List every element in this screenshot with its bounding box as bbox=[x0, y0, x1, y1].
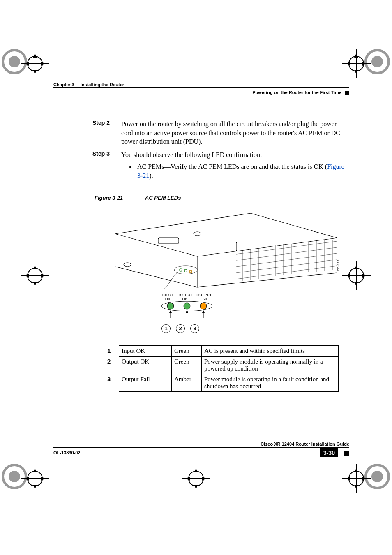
svg-marker-63 bbox=[169, 310, 172, 313]
page-marker-icon bbox=[344, 451, 349, 456]
svg-point-52 bbox=[174, 266, 197, 274]
section-title: Powering on the Router for the First Tim… bbox=[252, 90, 341, 95]
led-table: 1 Input OK Green AC is present and withi… bbox=[105, 345, 339, 392]
crop-mark-icon bbox=[21, 261, 49, 290]
svg-point-1 bbox=[9, 56, 20, 67]
table-name: Output Fail bbox=[119, 374, 172, 391]
figure-label: Figure 3-21 bbox=[95, 195, 123, 201]
table-name: Input OK bbox=[119, 345, 172, 356]
crop-mark-icon bbox=[342, 464, 371, 493]
image-id-text: 66290 bbox=[336, 260, 340, 271]
table-num: 2 bbox=[105, 356, 119, 374]
svg-point-61 bbox=[200, 303, 207, 309]
svg-point-59 bbox=[167, 303, 174, 309]
crop-mark-icon bbox=[182, 464, 210, 493]
table-num: 3 bbox=[105, 374, 119, 391]
svg-point-3 bbox=[371, 56, 383, 67]
table-desc: Power supply module is operating normall… bbox=[202, 356, 339, 374]
svg-point-49 bbox=[194, 232, 201, 236]
table-name: Output OK bbox=[119, 356, 172, 374]
led-label: OUTPUTFAIL bbox=[196, 293, 212, 301]
page-number: 3-30 bbox=[320, 448, 338, 457]
chapter-title: Installing the Router bbox=[81, 82, 124, 87]
callout-number: 3 bbox=[190, 324, 199, 333]
led-callout-icon bbox=[160, 301, 214, 322]
doc-id: OL-13830-02 bbox=[53, 450, 80, 455]
table-color: Amber bbox=[172, 374, 202, 391]
table-color: Green bbox=[172, 345, 202, 356]
svg-rect-51 bbox=[226, 242, 237, 251]
table-desc: AC is present and within specified limit… bbox=[202, 345, 339, 356]
table-num: 1 bbox=[105, 345, 119, 356]
callout-number: 1 bbox=[161, 324, 171, 333]
table-color: Green bbox=[172, 356, 202, 374]
table-desc: Power module is operating in a fault con… bbox=[202, 374, 339, 391]
crop-mark-icon bbox=[342, 49, 371, 78]
crop-mark-icon bbox=[21, 49, 49, 78]
step-text: Power on the router by switching on all … bbox=[121, 120, 349, 146]
table-row: 1 Input OK Green AC is present and withi… bbox=[105, 345, 339, 356]
step-text: You should observe the following LED con… bbox=[121, 150, 349, 159]
svg-point-7 bbox=[371, 471, 383, 482]
led-label: OUTPUTOK bbox=[177, 293, 192, 301]
figure-title: AC PEM LEDs bbox=[145, 195, 181, 201]
svg-point-5 bbox=[9, 471, 20, 482]
table-row: 2 Output OK Green Power supply module is… bbox=[105, 356, 339, 374]
led-label: INPUTOK bbox=[162, 293, 173, 301]
svg-point-60 bbox=[184, 303, 190, 309]
table-row: 3 Output Fail Amber Power module is oper… bbox=[105, 374, 339, 391]
svg-point-50 bbox=[124, 263, 131, 267]
bullet-icon bbox=[129, 166, 131, 168]
figure-image: 66290 INPUTOK OUTPUTOK OUTPUTFAIL 1 2 bbox=[111, 209, 349, 333]
chapter-label: Chapter 3 bbox=[53, 82, 74, 87]
svg-rect-48 bbox=[158, 238, 179, 244]
bullet-text: AC PEMs—Verify the AC PEM LEDs are on an… bbox=[137, 162, 349, 180]
book-title: Cisco XR 12404 Router Installation Guide bbox=[53, 442, 349, 447]
callout-number: 2 bbox=[176, 324, 185, 333]
svg-marker-67 bbox=[202, 310, 205, 313]
crop-mark-icon bbox=[21, 464, 49, 493]
step-label: Step 2 bbox=[92, 120, 121, 146]
step-label: Step 3 bbox=[92, 150, 121, 180]
section-marker-icon bbox=[345, 91, 349, 95]
